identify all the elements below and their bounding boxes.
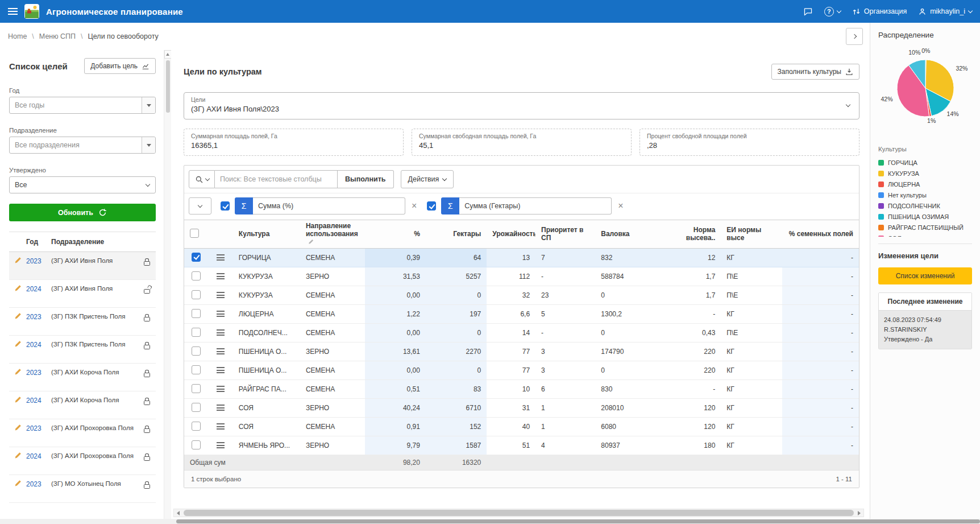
- grid-cell[interactable]: 12: [660, 249, 721, 267]
- edit-button[interactable]: [9, 284, 26, 292]
- goal-year-link[interactable]: 2024: [26, 396, 51, 405]
- column-header-unit[interactable]: ЕИ нормы высе: [721, 220, 782, 249]
- menu-icon[interactable]: [8, 8, 18, 15]
- grid-cell[interactable]: ПШЕНИЦА О...: [233, 361, 300, 380]
- aggregate-input[interactable]: [253, 197, 405, 214]
- breadcrumb-item[interactable]: Меню СПП: [39, 32, 76, 40]
- row-checkbox[interactable]: [192, 346, 201, 356]
- grid-cell[interactable]: 40,24: [365, 399, 426, 418]
- aggregates-collapse-button[interactable]: [189, 197, 211, 214]
- column-header-seed-rate[interactable]: Норма высева..: [660, 220, 721, 249]
- goal-list-row[interactable]: 2024(ЗГ) ПЗК Пристень Поля: [9, 336, 156, 364]
- edit-button[interactable]: [9, 312, 26, 320]
- grid-row[interactable]: ЯЧМЕНЬ ЯРО...ЗЕРНО9,79158751480937180КГ-: [184, 436, 859, 455]
- grid-cell[interactable]: 10: [487, 380, 535, 399]
- grid-cell[interactable]: ЗЕРНО: [300, 267, 365, 286]
- column-header-yield[interactable]: Урожайность: [487, 220, 535, 249]
- grid-cell[interactable]: СЕМЕНА: [300, 380, 365, 399]
- grid-cell[interactable]: ПОДСОЛНЕЧ...: [233, 324, 300, 343]
- sigma-icon[interactable]: Σ: [441, 197, 459, 214]
- grid-cell[interactable]: РАЙГРАС ПА...: [233, 380, 300, 399]
- row-menu-icon[interactable]: [217, 386, 225, 391]
- grid-cell[interactable]: СЕМЕНА: [300, 249, 365, 267]
- goal-year-link[interactable]: 2023: [26, 257, 51, 265]
- goal-list-row[interactable]: 2023(ЗГ) АХИ Ивня Поля: [9, 252, 156, 280]
- grid-cell[interactable]: 120: [660, 418, 721, 436]
- grid-cell[interactable]: 5257: [426, 267, 487, 286]
- row-checkbox[interactable]: [192, 290, 201, 299]
- edit-button[interactable]: [9, 396, 26, 403]
- grid-cell[interactable]: 0,51: [365, 380, 426, 399]
- grid-cell[interactable]: 40: [487, 418, 535, 436]
- row-checkbox[interactable]: [192, 384, 201, 393]
- grid-cell[interactable]: ЛЮЦЕРНА: [233, 305, 300, 324]
- grid-cell[interactable]: КУКУРУЗА: [233, 267, 300, 286]
- grid-cell[interactable]: ЗЕРНО: [300, 436, 365, 455]
- dropdown-button[interactable]: [142, 97, 155, 113]
- legend-item[interactable]: ГОРЧИЦА: [878, 157, 972, 168]
- grid-row[interactable]: РАЙГРАС ПА...СЕМЕНА0,5183106830-КГ-: [184, 380, 859, 399]
- column-header-hectares[interactable]: Гектары: [426, 220, 487, 249]
- edit-button[interactable]: [9, 424, 26, 431]
- fill-crops-button[interactable]: Заполнить культуры: [771, 64, 859, 80]
- grid-cell[interactable]: СЕМЕНА: [300, 361, 365, 380]
- grid-cell[interactable]: 112: [487, 267, 535, 286]
- row-checkbox[interactable]: [192, 309, 201, 318]
- search-options-button[interactable]: [189, 170, 215, 188]
- edit-button[interactable]: [9, 480, 26, 487]
- row-checkbox[interactable]: [192, 422, 201, 431]
- row-checkbox[interactable]: [192, 365, 201, 374]
- row-menu-icon[interactable]: [217, 273, 225, 279]
- scrollbar-thumb[interactable]: [166, 60, 170, 113]
- scrollbar-up-arrow[interactable]: [164, 50, 172, 59]
- column-header-percent[interactable]: %: [365, 220, 426, 249]
- chat-button[interactable]: [803, 7, 813, 16]
- breadcrumb-item[interactable]: Цели по севообороту: [88, 32, 159, 40]
- grid-cell[interactable]: 0: [426, 286, 487, 305]
- row-menu-icon[interactable]: [217, 348, 225, 354]
- search-go-button[interactable]: Выполнить: [338, 170, 394, 188]
- grid-cell[interactable]: 6,6: [487, 305, 535, 324]
- grid-cell[interactable]: 51: [487, 436, 535, 455]
- grid-cell[interactable]: КУКУРУЗА: [233, 286, 300, 305]
- row-menu-icon[interactable]: [217, 329, 225, 335]
- select-all-header[interactable]: [184, 220, 209, 249]
- grid-cell[interactable]: 120: [660, 399, 721, 418]
- grid-cell[interactable]: 1,7: [660, 286, 721, 305]
- grid-row[interactable]: ПШЕНИЦА О...СЕМЕНА0,0007730220КГ-: [184, 361, 859, 380]
- column-header-seed-fields[interactable]: % семенных полей: [782, 220, 859, 249]
- dept-filter-select[interactable]: Все подразделения: [9, 137, 156, 154]
- grid-cell[interactable]: СЕМЕНА: [300, 324, 365, 343]
- grid-cell[interactable]: ГОРЧИЦА: [233, 249, 300, 267]
- goal-list-row[interactable]: 2024(ЗГ) АХИ Короча Поля: [9, 391, 156, 419]
- grid-cell[interactable]: 1587: [426, 436, 487, 455]
- legend-item[interactable]: ЛЮЦЕРНА: [878, 179, 972, 189]
- grid-row[interactable]: ПОДСОЛНЕЧ...СЕМЕНА0,00014-00,43П\Е-: [184, 324, 859, 343]
- row-checkbox[interactable]: [192, 440, 201, 449]
- column-header-priority[interactable]: Приоритет в СП: [535, 220, 595, 249]
- row-checkbox[interactable]: [192, 271, 201, 280]
- breadcrumb-item[interactable]: Home: [8, 32, 27, 40]
- goal-list-row[interactable]: 2024(ЗГ) АХИ Прохоровка Поля: [9, 447, 156, 475]
- approved-filter-select[interactable]: Все: [9, 176, 156, 193]
- grid-cell[interactable]: СОЯ: [233, 418, 300, 436]
- goal-year-link[interactable]: 2024: [26, 340, 51, 349]
- grid-cell[interactable]: 13: [487, 249, 535, 267]
- search-input[interactable]: [215, 170, 338, 188]
- dept-column-header[interactable]: Подразделение: [51, 238, 138, 246]
- goal-list-row[interactable]: 2023(ЗГ) МО Хотынец Поля: [9, 475, 156, 503]
- goal-year-link[interactable]: 2023: [26, 368, 51, 377]
- goal-list-row[interactable]: 2023(ЗГ) ПЗК Пристень Поля: [9, 308, 156, 336]
- select-all-checkbox[interactable]: [190, 229, 199, 238]
- organization-menu[interactable]: Организация: [852, 7, 907, 16]
- grid-row[interactable]: КУКУРУЗАСЕМЕНА0,000322301,7П\Е-: [184, 286, 859, 305]
- legend-item[interactable]: РАЙГРАС ПАСТБИЩНЫЙ: [878, 222, 972, 233]
- grid-cell[interactable]: ЗЕРНО: [300, 343, 365, 361]
- grid-cell[interactable]: 0,91: [365, 418, 426, 436]
- grid-cell[interactable]: 31: [487, 399, 535, 418]
- grid-cell[interactable]: 0: [426, 324, 487, 343]
- aggregate-checkbox[interactable]: [427, 201, 436, 211]
- grid-cell[interactable]: 0,00: [365, 324, 426, 343]
- grid-cell[interactable]: СЕМЕНА: [300, 286, 365, 305]
- sidebar-scrollbar[interactable]: [164, 50, 171, 524]
